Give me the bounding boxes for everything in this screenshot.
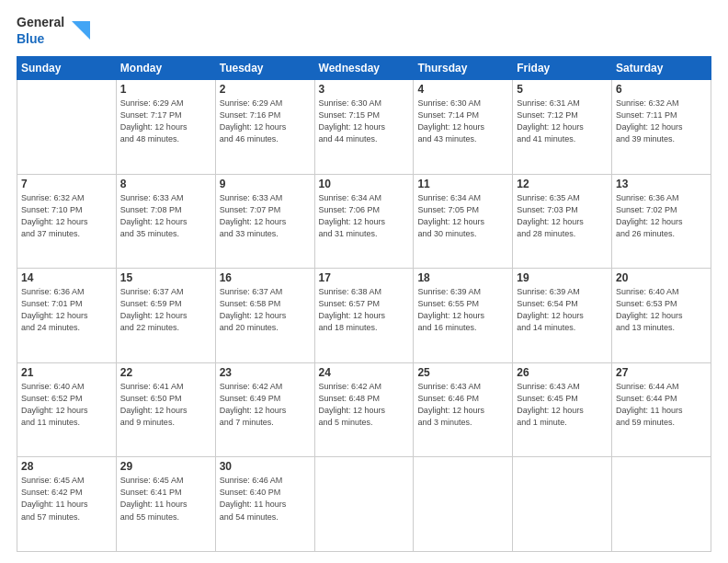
calendar-cell: 17Sunrise: 6:38 AM Sunset: 6:57 PM Dayli…: [314, 269, 414, 363]
calendar-table: SundayMondayTuesdayWednesdayThursdayFrid…: [17, 56, 711, 552]
day-info: Sunrise: 6:30 AM Sunset: 7:15 PM Dayligh…: [319, 98, 410, 145]
calendar-cell: 21Sunrise: 6:40 AM Sunset: 6:52 PM Dayli…: [17, 362, 117, 457]
day-info: Sunrise: 6:45 AM Sunset: 6:41 PM Dayligh…: [120, 475, 211, 523]
calendar-cell: 5Sunrise: 6:31 AM Sunset: 7:12 PM Daylig…: [513, 80, 612, 175]
calendar-cell: 6Sunrise: 6:32 AM Sunset: 7:11 PM Daylig…: [612, 80, 711, 175]
calendar-header-row: SundayMondayTuesdayWednesdayThursdayFrid…: [17, 57, 711, 80]
day-info: Sunrise: 6:40 AM Sunset: 6:52 PM Dayligh…: [21, 381, 112, 429]
calendar-cell: [612, 457, 711, 552]
calendar-cell: 24Sunrise: 6:42 AM Sunset: 6:48 PM Dayli…: [314, 362, 414, 457]
day-number: 15: [120, 271, 211, 284]
calendar-cell: 7Sunrise: 6:32 AM Sunset: 7:10 PM Daylig…: [17, 174, 117, 269]
calendar-cell: 20Sunrise: 6:40 AM Sunset: 6:53 PM Dayli…: [612, 269, 711, 363]
day-info: Sunrise: 6:38 AM Sunset: 6:57 PM Dayligh…: [319, 286, 410, 334]
day-number: 23: [220, 366, 311, 379]
calendar-cell: 11Sunrise: 6:34 AM Sunset: 7:05 PM Dayli…: [414, 174, 513, 269]
day-number: 19: [517, 271, 608, 284]
calendar-cell: 3Sunrise: 6:30 AM Sunset: 7:15 PM Daylig…: [314, 80, 414, 175]
calendar-cell: 12Sunrise: 6:35 AM Sunset: 7:03 PM Dayli…: [513, 174, 612, 269]
day-info: Sunrise: 6:43 AM Sunset: 6:46 PM Dayligh…: [417, 381, 508, 429]
day-info: Sunrise: 6:29 AM Sunset: 7:17 PM Dayligh…: [120, 98, 211, 145]
calendar-cell: 1Sunrise: 6:29 AM Sunset: 7:17 PM Daylig…: [116, 80, 215, 175]
day-info: Sunrise: 6:41 AM Sunset: 6:50 PM Dayligh…: [120, 381, 211, 429]
day-number: 25: [417, 366, 508, 379]
calendar-cell: 19Sunrise: 6:39 AM Sunset: 6:54 PM Dayli…: [513, 269, 612, 363]
day-info: Sunrise: 6:32 AM Sunset: 7:11 PM Dayligh…: [616, 98, 707, 145]
day-info: Sunrise: 6:46 AM Sunset: 6:40 PM Dayligh…: [220, 475, 311, 523]
day-number: 11: [417, 178, 508, 190]
calendar-cell: 28Sunrise: 6:45 AM Sunset: 6:42 PM Dayli…: [17, 457, 117, 552]
day-number: 3: [319, 83, 410, 96]
day-info: Sunrise: 6:36 AM Sunset: 7:02 PM Dayligh…: [616, 192, 707, 240]
day-info: Sunrise: 6:42 AM Sunset: 6:49 PM Dayligh…: [220, 381, 311, 429]
calendar-cell: 10Sunrise: 6:34 AM Sunset: 7:06 PM Dayli…: [314, 174, 414, 269]
day-info: Sunrise: 6:35 AM Sunset: 7:03 PM Dayligh…: [517, 192, 608, 240]
calendar-cell: 26Sunrise: 6:43 AM Sunset: 6:45 PM Dayli…: [513, 362, 612, 457]
calendar-cell: 30Sunrise: 6:46 AM Sunset: 6:40 PM Dayli…: [215, 457, 314, 552]
day-number: 21: [21, 366, 112, 379]
calendar-cell: 27Sunrise: 6:44 AM Sunset: 6:44 PM Dayli…: [612, 362, 711, 457]
calendar-cell: 15Sunrise: 6:37 AM Sunset: 6:59 PM Dayli…: [116, 269, 215, 363]
day-number: 8: [120, 178, 211, 190]
calendar-cell: 29Sunrise: 6:45 AM Sunset: 6:41 PM Dayli…: [116, 457, 215, 552]
calendar-cell: 14Sunrise: 6:36 AM Sunset: 7:01 PM Dayli…: [17, 269, 117, 363]
calendar-cell: 4Sunrise: 6:30 AM Sunset: 7:14 PM Daylig…: [414, 80, 513, 175]
weekday-header: Wednesday: [314, 57, 414, 80]
day-info: Sunrise: 6:36 AM Sunset: 7:01 PM Dayligh…: [21, 286, 112, 334]
day-info: Sunrise: 6:42 AM Sunset: 6:48 PM Dayligh…: [319, 381, 410, 429]
day-info: Sunrise: 6:29 AM Sunset: 7:16 PM Dayligh…: [220, 98, 311, 145]
calendar-cell: 16Sunrise: 6:37 AM Sunset: 6:58 PM Dayli…: [215, 269, 314, 363]
day-number: 1: [120, 83, 211, 96]
day-number: 24: [319, 366, 410, 379]
page: General Blue SundayMondayTuesdayWednesda…: [0, 0, 728, 563]
calendar-cell: 9Sunrise: 6:33 AM Sunset: 7:07 PM Daylig…: [215, 174, 314, 269]
day-info: Sunrise: 6:45 AM Sunset: 6:42 PM Dayligh…: [21, 475, 112, 523]
calendar-week-row: 7Sunrise: 6:32 AM Sunset: 7:10 PM Daylig…: [17, 174, 711, 269]
logo-line2: Blue: [17, 31, 44, 48]
logo-triangle-icon: [72, 21, 90, 41]
day-info: Sunrise: 6:39 AM Sunset: 6:54 PM Dayligh…: [517, 286, 608, 334]
day-info: Sunrise: 6:31 AM Sunset: 7:12 PM Dayligh…: [517, 98, 608, 145]
day-info: Sunrise: 6:37 AM Sunset: 6:59 PM Dayligh…: [120, 286, 211, 334]
calendar-cell: 22Sunrise: 6:41 AM Sunset: 6:50 PM Dayli…: [116, 362, 215, 457]
svg-marker-0: [72, 21, 90, 40]
calendar-cell: 13Sunrise: 6:36 AM Sunset: 7:02 PM Dayli…: [612, 174, 711, 269]
day-info: Sunrise: 6:30 AM Sunset: 7:14 PM Dayligh…: [417, 98, 508, 145]
calendar-cell: 25Sunrise: 6:43 AM Sunset: 6:46 PM Dayli…: [414, 362, 513, 457]
day-number: 16: [220, 271, 311, 284]
day-number: 5: [517, 83, 608, 96]
calendar-cell: 18Sunrise: 6:39 AM Sunset: 6:55 PM Dayli…: [414, 269, 513, 363]
day-number: 4: [417, 83, 508, 96]
day-number: 10: [319, 178, 410, 190]
day-number: 22: [120, 366, 211, 379]
day-number: 6: [616, 83, 707, 96]
weekday-header: Friday: [513, 57, 612, 80]
day-info: Sunrise: 6:33 AM Sunset: 7:08 PM Dayligh…: [120, 192, 211, 240]
day-info: Sunrise: 6:43 AM Sunset: 6:45 PM Dayligh…: [517, 381, 608, 429]
day-number: 9: [220, 178, 311, 190]
calendar-cell: [513, 457, 612, 552]
day-number: 2: [220, 83, 311, 96]
day-info: Sunrise: 6:32 AM Sunset: 7:10 PM Dayligh…: [21, 192, 112, 240]
weekday-header: Thursday: [414, 57, 513, 80]
calendar-week-row: 21Sunrise: 6:40 AM Sunset: 6:52 PM Dayli…: [17, 362, 711, 457]
day-info: Sunrise: 6:39 AM Sunset: 6:55 PM Dayligh…: [417, 286, 508, 334]
day-number: 27: [616, 366, 707, 379]
calendar-cell: 8Sunrise: 6:33 AM Sunset: 7:08 PM Daylig…: [116, 174, 215, 269]
day-number: 18: [417, 271, 508, 284]
day-number: 14: [21, 271, 112, 284]
calendar-cell: 2Sunrise: 6:29 AM Sunset: 7:16 PM Daylig…: [215, 80, 314, 175]
day-number: 29: [120, 460, 211, 473]
day-number: 30: [220, 460, 311, 473]
weekday-header: Saturday: [612, 57, 711, 80]
day-info: Sunrise: 6:40 AM Sunset: 6:53 PM Dayligh…: [616, 286, 707, 334]
calendar-cell: [314, 457, 414, 552]
day-number: 13: [616, 178, 707, 190]
weekday-header: Tuesday: [215, 57, 314, 80]
day-info: Sunrise: 6:37 AM Sunset: 6:58 PM Dayligh…: [220, 286, 311, 334]
day-info: Sunrise: 6:34 AM Sunset: 7:05 PM Dayligh…: [417, 192, 508, 240]
day-number: 20: [616, 271, 707, 284]
header: General Blue: [17, 15, 711, 47]
day-info: Sunrise: 6:33 AM Sunset: 7:07 PM Dayligh…: [220, 192, 311, 240]
weekday-header: Sunday: [17, 57, 117, 80]
